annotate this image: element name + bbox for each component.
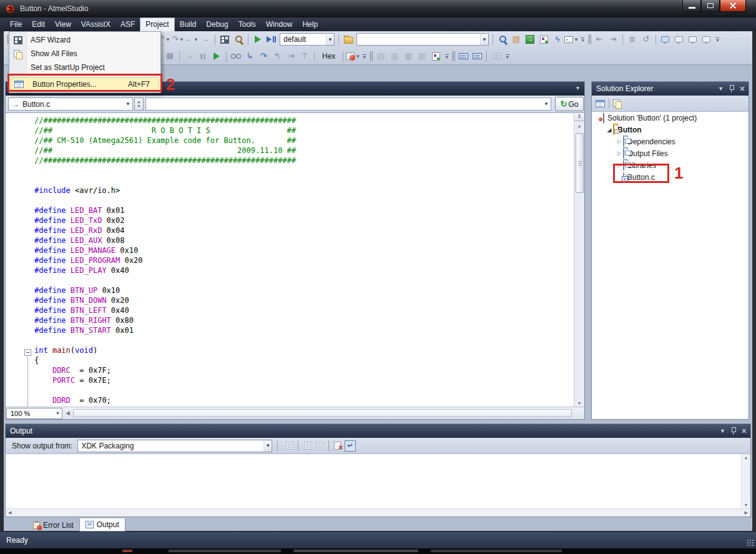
stop-macro-icon[interactable] (489, 49, 503, 63)
menu-debug[interactable]: Debug (201, 17, 233, 31)
start-without-debugging-icon[interactable] (265, 32, 278, 46)
member-dropdown[interactable]: → Button.c ▼ (8, 97, 133, 111)
export-template-icon[interactable] (523, 32, 537, 46)
horizontal-scroll-thumb[interactable] (73, 409, 572, 417)
splitter-handle[interactable]: ⇕ (574, 113, 584, 121)
restore-button[interactable] (701, 0, 720, 12)
stop-debugging-icon[interactable] (163, 49, 177, 63)
properties-icon[interactable] (596, 100, 605, 107)
quick-find-combo[interactable]: ▼ (356, 33, 489, 46)
menu-window[interactable]: Window (261, 17, 298, 31)
io-view-icon[interactable] (429, 49, 443, 63)
tree-item-dependencies[interactable]: ▷Dependencies (592, 136, 749, 147)
code-fold-toggle-icon[interactable] (24, 349, 31, 356)
menu-view[interactable]: View (50, 17, 76, 31)
vertical-scroll-thumb[interactable] (576, 133, 584, 193)
previous-message-button[interactable] (301, 440, 313, 452)
pin-icon[interactable] (730, 427, 736, 435)
menu-tools[interactable]: Tools (233, 17, 261, 31)
disassembly-icon[interactable]: ▥ (388, 49, 401, 63)
expander-collapsed-icon[interactable]: ▷ (616, 139, 623, 144)
properties-window-icon[interactable]: ▤ (509, 32, 523, 46)
comment-lines-icon[interactable] (686, 32, 700, 46)
tree-item-output-files[interactable]: ▷Output Files (592, 147, 749, 159)
zoom-level-dropdown[interactable]: 100 % ▼ (6, 408, 62, 419)
memory-view-icon[interactable]: ▦ (401, 49, 415, 63)
navigate-backward-icon[interactable]: ←▼ (185, 32, 199, 46)
start-debugging-icon[interactable] (251, 32, 265, 46)
call-stack-icon[interactable]: ▨ (415, 49, 429, 63)
menu-asf[interactable]: ASF (115, 17, 140, 31)
scroll-left-icon[interactable]: ◀ (62, 410, 73, 416)
document-list-dropdown-icon[interactable]: ▾ (576, 84, 579, 91)
toolbar-grip[interactable] (370, 51, 373, 61)
toolbar-overflow-button[interactable]: ▼ (443, 54, 450, 59)
format-document-icon[interactable]: ≣ (626, 32, 639, 46)
uncomment-lines-icon[interactable] (700, 32, 714, 46)
watch-icon[interactable] (229, 49, 243, 63)
menu-file[interactable]: File (5, 17, 27, 31)
solution-configuration-combo[interactable]: default▼ (280, 33, 335, 46)
toolbar-overflow-button[interactable]: ▼ (361, 54, 368, 59)
tab-error-list[interactable]: Error List (27, 518, 79, 532)
clear-all-button[interactable] (331, 440, 344, 452)
scroll-up-icon[interactable]: ▲ (574, 121, 584, 131)
toggle-word-wrap-button[interactable]: ↵ (344, 440, 356, 452)
output-horizontal-scrollbar[interactable]: ◀▶ (6, 508, 750, 517)
close-button[interactable] (720, 0, 746, 12)
window-position-dropdown-icon[interactable]: ▼ (718, 86, 724, 92)
zoom-icon[interactable] (232, 32, 245, 46)
pin-icon[interactable] (729, 85, 734, 92)
show-next-statement-icon[interactable]: → (182, 49, 196, 63)
menu-project[interactable]: Project (140, 17, 174, 31)
menu-vassistx[interactable]: VAssistX (76, 17, 115, 31)
toolbar-grip[interactable] (452, 51, 455, 61)
undo-checkout-icon[interactable]: ↺ (639, 32, 653, 46)
toolbar-overflow-button[interactable]: ▼ (504, 54, 511, 59)
nav-spinner[interactable]: ▲▼ (134, 97, 144, 111)
output-source-dropdown[interactable]: XDK Packaging ▼ (77, 440, 272, 452)
set-next-statement-icon[interactable]: ⊤ (298, 49, 312, 63)
menu-build[interactable]: Build (175, 17, 202, 31)
menu-item-set-as-startup-project[interactable]: Set as StartUp Project (9, 61, 160, 74)
redo-icon[interactable]: ↷▼ (171, 32, 185, 46)
find-message-button[interactable] (283, 440, 295, 452)
object-browser-icon[interactable] (537, 32, 551, 46)
navigate-forward-icon[interactable]: → (199, 32, 212, 46)
processor-view-icon[interactable]: ▤ (374, 49, 388, 63)
expander-collapsed-icon[interactable]: ▷ (616, 151, 623, 156)
play-macro-icon[interactable] (470, 49, 484, 63)
increase-indent-icon[interactable]: ⇥ (606, 32, 620, 46)
toolbar-overflow-button[interactable]: ▼ (714, 37, 721, 42)
command-window-icon[interactable]: ▼ (564, 32, 579, 46)
toolbar-overflow-button[interactable]: ▼ (579, 37, 586, 42)
comment-selection-icon[interactable] (659, 32, 672, 46)
step-out-icon[interactable]: ↰ (270, 49, 284, 63)
continue-icon[interactable] (210, 49, 223, 63)
minimize-button[interactable] (682, 0, 701, 12)
type-dropdown[interactable]: ▼ (145, 97, 551, 111)
window-position-dropdown-icon[interactable]: ▼ (720, 428, 725, 434)
menu-item-show-all-files[interactable]: Show All Files (9, 47, 160, 61)
pause-icon[interactable] (196, 49, 210, 63)
profile-session-icon[interactable] (341, 32, 355, 46)
menu-edit[interactable]: Edit (27, 17, 50, 31)
step-over-icon[interactable]: ↷ (257, 49, 270, 63)
go-button[interactable]: ↻ Go (555, 97, 584, 111)
reset-device-icon[interactable]: ▼ (346, 49, 360, 63)
uncomment-selection-icon[interactable] (672, 32, 686, 46)
tab-output[interactable]: Output (79, 518, 125, 532)
asf-wizard-icon[interactable] (218, 32, 232, 46)
find-in-files-icon[interactable] (496, 32, 509, 46)
resize-grip[interactable] (747, 539, 754, 547)
expander-expanded-icon[interactable]: ◢ (606, 127, 613, 133)
toolbar-grip[interactable] (588, 34, 591, 44)
tree-item-project-button[interactable]: ◢Button (592, 124, 749, 136)
code-editor[interactable]: //######################################… (6, 113, 574, 408)
immediate-window-icon[interactable]: ϟ (551, 32, 564, 46)
close-icon[interactable] (742, 429, 747, 433)
record-macro-icon[interactable] (456, 49, 470, 63)
hex-toggle-button[interactable]: Hex (317, 50, 340, 62)
menu-help[interactable]: Help (297, 17, 323, 31)
show-all-files-icon[interactable] (613, 99, 622, 107)
